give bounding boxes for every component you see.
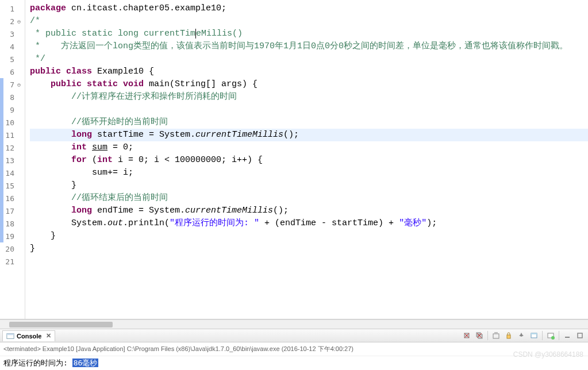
gutter-line: 5 [0, 53, 25, 65]
gutter-line: 15 [0, 179, 25, 192]
gutter-line: 3 [0, 28, 25, 40]
code-line[interactable]: public class Example10 { [30, 65, 588, 78]
gutter-line: 16 [0, 192, 25, 205]
gutter-line: 1 [0, 2, 25, 15]
output-text: 程序运行的时间为: [3, 359, 72, 367]
code-line[interactable]: long endTime = System.currentTimeMillis(… [30, 205, 588, 217]
code-line[interactable]: package cn.itcast.chapter05.example10; [30, 2, 588, 15]
svg-rect-17 [578, 333, 582, 338]
gutter-line: 11 [0, 129, 25, 141]
code-content[interactable]: package cn.itcast.chapter05.example10;/*… [25, 0, 588, 319]
gutter-line: 18 [0, 217, 25, 230]
gutter-line: 13 [0, 154, 25, 167]
pin-console-button[interactable] [516, 330, 527, 341]
gutter-line: 21 [0, 255, 25, 268]
display-selected-button[interactable] [528, 330, 540, 341]
svg-rect-1 [7, 333, 14, 335]
remove-launch-button[interactable] [461, 330, 472, 341]
gutter-line: 12 [0, 141, 25, 154]
code-line[interactable]: } [30, 230, 588, 242]
code-line[interactable]: //计算程序在进行求和操作时所消耗的时间 [30, 91, 588, 103]
code-line[interactable] [30, 103, 588, 116]
console-icon [6, 332, 14, 340]
gutter-line: 2⊖ [0, 15, 25, 28]
gutter-line: 20 [0, 242, 25, 255]
console-tab-label: Console [17, 333, 41, 340]
console-toolbar [461, 330, 586, 341]
code-line[interactable]: /* [30, 15, 588, 28]
code-line[interactable]: //循环结束后的当前时间 [30, 192, 588, 205]
svg-rect-16 [565, 337, 570, 338]
console-status: <terminated> Example10 [Java Application… [0, 342, 588, 356]
code-line[interactable]: //循环开始时的当前时间 [30, 116, 588, 129]
scroll-lock-button[interactable] [503, 330, 514, 341]
gutter-line: 9 [0, 103, 25, 116]
code-line[interactable]: * 方法返回一个long类型的值，该值表示当前时间与1970年1月1日0点0分0… [30, 40, 588, 53]
gutter-line: 7⊖ [0, 78, 25, 91]
code-line[interactable]: long startTime = System.currentTimeMilli… [30, 129, 588, 141]
console-output[interactable]: 程序运行的时间为: 86毫秒 [0, 356, 588, 370]
open-console-button[interactable] [545, 330, 556, 341]
output-value: 86毫秒 [72, 359, 99, 367]
code-line[interactable]: int sum = 0; [30, 141, 588, 154]
code-editor[interactable]: 12⊖34567⊖89101112131415161718192021 pack… [0, 0, 588, 319]
close-icon[interactable]: ✕ [46, 332, 51, 340]
code-line[interactable] [30, 255, 588, 268]
console-tab[interactable]: Console ✕ [2, 330, 55, 341]
maximize-button[interactable] [574, 330, 586, 341]
minimize-button[interactable] [562, 330, 573, 341]
gutter-line: 19 [0, 230, 25, 242]
line-gutter: 12⊖34567⊖89101112131415161718192021 [0, 0, 25, 319]
code-line[interactable]: public static void main(String[] args) { [30, 78, 588, 91]
code-line[interactable]: */ [30, 53, 588, 65]
method-marker [0, 78, 3, 242]
svg-rect-11 [507, 335, 510, 338]
clear-console-button[interactable] [490, 330, 502, 341]
gutter-line: 10 [0, 116, 25, 129]
gutter-line: 8 [0, 91, 25, 103]
svg-point-15 [551, 336, 555, 340]
svg-rect-9 [493, 334, 499, 338]
horizontal-scrollbar[interactable] [0, 319, 588, 329]
code-line[interactable]: for (int i = 0; i < 100000000; i++) { [30, 154, 588, 167]
code-line[interactable]: * public static long currentTimeMillis() [30, 28, 588, 40]
gutter-line: 14 [0, 167, 25, 179]
gutter-line: 17 [0, 205, 25, 217]
gutter-line: 6 [0, 65, 25, 78]
scrollbar-thumb[interactable] [9, 322, 113, 327]
code-line[interactable]: } [30, 242, 588, 255]
remove-all-button[interactable] [474, 330, 485, 341]
code-line[interactable]: } [30, 179, 588, 192]
code-line[interactable]: System.out.println("程序运行的时间为: " + (endTi… [30, 217, 588, 230]
console-header: Console ✕ [0, 329, 588, 342]
gutter-line: 4 [0, 40, 25, 53]
code-line[interactable]: sum+= i; [30, 167, 588, 179]
svg-rect-13 [531, 333, 537, 334]
